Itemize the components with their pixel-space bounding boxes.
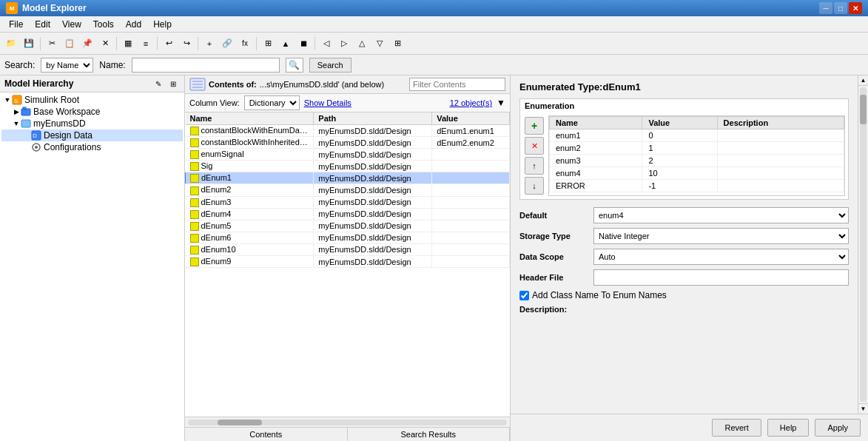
toolbar-nav3-btn[interactable]: △ bbox=[354, 36, 370, 52]
table-row[interactable]: dEnum6 myEnumsDD.sldd/Design bbox=[186, 232, 510, 243]
cell-value: dEnum1.enum1 bbox=[432, 125, 510, 137]
menu-edit[interactable]: Edit bbox=[29, 18, 56, 31]
default-row: Default enum4 bbox=[519, 207, 849, 223]
cell-value bbox=[432, 161, 510, 172]
search-icon-btn[interactable]: 🔍 bbox=[286, 58, 303, 73]
toolbar-fx-btn[interactable]: fx bbox=[237, 36, 253, 52]
search-input[interactable] bbox=[132, 58, 280, 73]
tree-item-simulink-root[interactable]: ▼ S Simulink Root bbox=[1, 94, 183, 106]
menu-view[interactable]: View bbox=[56, 18, 87, 31]
tree-item-configurations[interactable]: Configurations bbox=[1, 141, 183, 153]
table-row[interactable]: dEnum4 myEnumsDD.sldd/Design bbox=[186, 208, 510, 220]
toolbar-delete-btn[interactable]: ✕ bbox=[97, 36, 113, 52]
enum-down-btn[interactable]: ↓ bbox=[525, 177, 544, 195]
expand-base-workspace[interactable]: ▶ bbox=[12, 107, 21, 116]
enum-row[interactable]: enum3 2 bbox=[550, 155, 844, 167]
search-button[interactable]: Search bbox=[309, 58, 351, 73]
toolbar-chart-btn[interactable]: ▲ bbox=[277, 36, 294, 52]
enum-cell-desc bbox=[717, 167, 844, 180]
table-row[interactable]: enumSignal myEnumsDD.sldd/Design bbox=[186, 149, 510, 161]
expand-design-data[interactable] bbox=[22, 131, 31, 140]
tree-item-myEnumsDD[interactable]: ▼ myEnumsDD bbox=[1, 118, 183, 129]
revert-button[interactable]: Revert bbox=[712, 419, 761, 437]
tab-search-results[interactable]: Search Results bbox=[348, 428, 511, 441]
show-details-link[interactable]: Show Details bbox=[304, 98, 351, 107]
toolbar-open-btn[interactable]: 📁 bbox=[3, 36, 19, 52]
objects-count[interactable]: 12 object(s) bbox=[450, 98, 492, 107]
menu-add[interactable]: Add bbox=[120, 18, 147, 31]
search-type-dropdown[interactable]: by Name bbox=[41, 58, 93, 73]
cell-value bbox=[432, 208, 510, 220]
toolbar-table-btn[interactable]: ⊞ bbox=[260, 36, 276, 52]
toolbar-nav2-btn[interactable]: ▷ bbox=[336, 36, 352, 52]
table-row[interactable]: constantBlockWithEnumData.... myEnumsDD.… bbox=[186, 125, 510, 137]
toolbar-undo-btn[interactable]: ↩ bbox=[161, 36, 177, 52]
apply-button[interactable]: Apply bbox=[815, 419, 861, 437]
add-class-name-checkbox[interactable] bbox=[519, 291, 529, 300]
scroll-up-btn[interactable]: ▲ bbox=[858, 75, 868, 86]
maximize-button[interactable]: □ bbox=[834, 2, 847, 14]
toolbar-redo-btn[interactable]: ↪ bbox=[178, 36, 195, 52]
tab-contents[interactable]: Contents bbox=[185, 428, 348, 441]
toolbar-list-btn[interactable]: ≡ bbox=[138, 36, 154, 52]
data-scope-select[interactable]: Auto bbox=[593, 249, 849, 265]
toolbar-chart2-btn[interactable]: ◼ bbox=[295, 36, 312, 52]
toolbar-save-btn[interactable]: 💾 bbox=[21, 36, 37, 52]
scroll-thumb-right[interactable] bbox=[860, 95, 867, 124]
contents-label: Contents of: bbox=[209, 80, 257, 89]
menu-tools[interactable]: Tools bbox=[87, 18, 120, 31]
toolbar-cut-btn[interactable]: ✂ bbox=[44, 36, 60, 52]
panel-view-btn[interactable]: ⊞ bbox=[166, 78, 180, 90]
enum-row[interactable]: enum4 10 bbox=[550, 167, 844, 180]
expand-configurations[interactable] bbox=[22, 143, 31, 152]
header-file-input[interactable] bbox=[593, 269, 849, 286]
toolbar-nav4-btn[interactable]: ▽ bbox=[371, 36, 388, 52]
enum-table-area: + ✕ ↑ ↓ Name Value De bbox=[520, 112, 848, 199]
table-row[interactable]: Sig myEnumsDD.sldd/Design bbox=[186, 161, 510, 172]
table-row[interactable]: dEnum1 myEnumsDD.sldd/Design bbox=[186, 172, 510, 184]
toolbar-copy-btn[interactable]: 📋 bbox=[61, 36, 78, 52]
toolbar-add-btn[interactable]: + bbox=[201, 36, 218, 52]
toolbar-nav5-btn[interactable]: ⊞ bbox=[389, 36, 406, 52]
enum-row[interactable]: enum2 1 bbox=[550, 142, 844, 155]
horizontal-scrollbar[interactable] bbox=[185, 417, 510, 427]
toolbar-link-btn[interactable]: 🔗 bbox=[219, 36, 235, 52]
table-row[interactable]: dEnum10 myEnumsDD.sldd/Design bbox=[186, 243, 510, 255]
storage-type-select[interactable]: Native Integer bbox=[593, 228, 849, 244]
minimize-button[interactable]: ─ bbox=[819, 2, 832, 14]
table-row[interactable]: dEnum3 myEnumsDD.sldd/Design bbox=[186, 196, 510, 208]
help-button[interactable]: Help bbox=[767, 419, 810, 437]
window-controls[interactable]: ─ □ ✕ bbox=[819, 2, 862, 14]
table-row[interactable]: dEnum5 myEnumsDD.sldd/Design bbox=[186, 220, 510, 232]
column-view-dropdown[interactable]: Dictionary bbox=[244, 95, 300, 110]
close-button[interactable]: ✕ bbox=[849, 2, 862, 14]
cell-value bbox=[432, 149, 510, 161]
enum-row[interactable]: enum1 0 bbox=[550, 129, 844, 142]
toolbar-paste-btn[interactable]: 📌 bbox=[79, 36, 95, 52]
menu-file[interactable]: File bbox=[3, 18, 29, 31]
enum-delete-btn[interactable]: ✕ bbox=[525, 137, 544, 155]
table-row[interactable]: dEnum9 myEnumsDD.sldd/Design bbox=[186, 256, 510, 268]
panel-edit-btn[interactable]: ✎ bbox=[152, 78, 165, 90]
scroll-down-btn[interactable]: ▼ bbox=[858, 403, 868, 414]
table-row[interactable]: constantBlockWithInheritedD... myEnumsDD… bbox=[186, 137, 510, 149]
scroll-thumb[interactable] bbox=[218, 420, 262, 425]
cell-path: myEnumsDD.sldd/Design bbox=[314, 161, 432, 172]
filter-icon[interactable]: ▼ bbox=[497, 98, 505, 108]
enum-up-btn[interactable]: ↑ bbox=[525, 157, 544, 175]
tree-item-base-workspace[interactable]: ▶ Base Workspace bbox=[1, 106, 183, 118]
expand-simulink-root[interactable]: ▼ bbox=[3, 95, 12, 104]
tree-item-design-data[interactable]: D Design Data bbox=[1, 129, 183, 141]
menu-help[interactable]: Help bbox=[147, 18, 178, 31]
scroll-track[interactable] bbox=[188, 420, 507, 425]
expand-myEnumsDD[interactable]: ▼ bbox=[12, 119, 21, 128]
enum-add-btn[interactable]: + bbox=[525, 117, 544, 135]
right-scrollbar[interactable]: ▲ ▼ bbox=[858, 75, 868, 414]
toolbar-nav1-btn[interactable]: ◁ bbox=[318, 36, 334, 52]
toolbar-grid-btn[interactable]: ▦ bbox=[120, 36, 136, 52]
scroll-track-right[interactable] bbox=[860, 87, 867, 402]
enum-row[interactable]: ERROR -1 bbox=[550, 180, 844, 192]
filter-input[interactable] bbox=[409, 78, 505, 91]
default-select[interactable]: enum4 bbox=[593, 207, 849, 223]
table-row[interactable]: dEnum2 myEnumsDD.sldd/Design bbox=[186, 184, 510, 196]
